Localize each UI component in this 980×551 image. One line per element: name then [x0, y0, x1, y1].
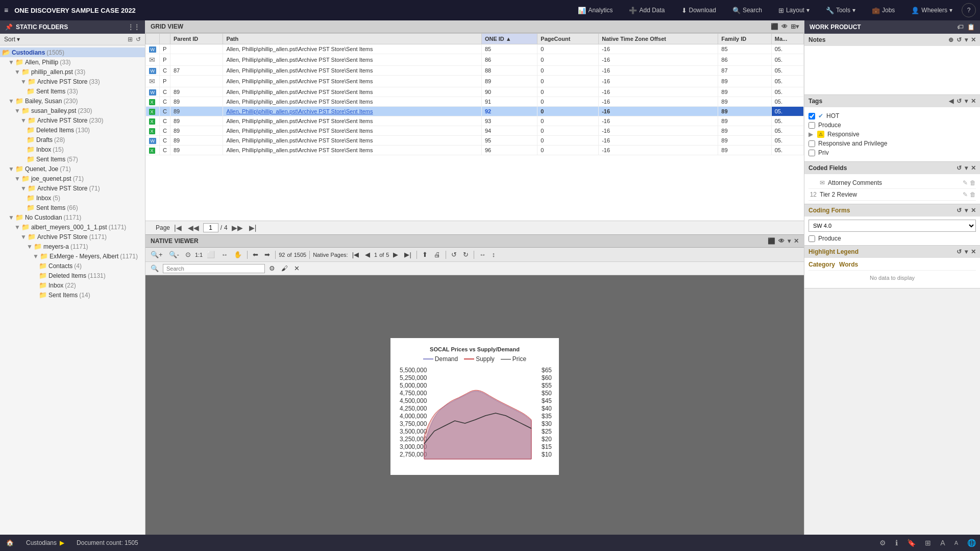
grid-view-icon[interactable]: ⊞ [128, 36, 133, 43]
table-row[interactable]: XC89Allen, Phillip\phillip_allen.pst\Arc… [146, 97, 804, 107]
sb-settings-icon[interactable]: ⚙ [875, 537, 890, 549]
grid-settings-icon[interactable]: ⊞▾ [791, 23, 799, 30]
refresh-icon[interactable]: ↺ [136, 36, 141, 43]
native-next2-icon[interactable]: ▶| [402, 250, 413, 259]
coding-forms-select[interactable]: SW 4.0 SW 3.0 SW 2.0 [808, 220, 976, 232]
col-pagecount[interactable]: PageCount [537, 34, 599, 44]
tree-item-contacts-4[interactable]: 📁 Contacts (4) [0, 261, 145, 271]
first-page-btn[interactable]: |◀ [172, 223, 184, 232]
tree-item-deleted-130[interactable]: 📁 Deleted Items (130) [0, 125, 145, 135]
sb-globe-icon[interactable]: 🌐 [963, 537, 980, 549]
close-viewer-icon[interactable]: ✕ [794, 237, 799, 245]
table-row[interactable]: WPAllen, Phillip\phillip_allen.pst\Archi… [146, 44, 804, 54]
nav-help-btn[interactable]: ? [962, 3, 976, 17]
pan-icon[interactable]: ✋ [232, 250, 244, 259]
nav-analytics-btn[interactable]: 📊 Analytics [571, 5, 620, 16]
cof-collapse-icon[interactable]: ▾ [965, 207, 968, 214]
sb-font-large-icon[interactable]: A [936, 537, 949, 549]
cf-refresh-icon[interactable]: ↺ [957, 164, 962, 172]
hl-close-icon[interactable]: ✕ [971, 248, 976, 255]
table-row[interactable]: WC87Allen, Phillip\phillip_allen.pst\Arc… [146, 66, 804, 76]
expand-viewer-icon[interactable]: ▾ [788, 237, 791, 245]
sb-bookmark-icon[interactable]: 🔖 [903, 537, 920, 549]
nav-tools-btn[interactable]: 🔧 Tools ▾ [819, 5, 863, 16]
tree-item-inbox-15[interactable]: 📁 Inbox (15) [0, 145, 145, 154]
tags-refresh-icon[interactable]: ↺ [957, 98, 962, 105]
prev-page-icon[interactable]: ⬅ [251, 250, 260, 259]
tree-item-allen[interactable]: ▼ 📁 Allen, Phillip (33) [0, 57, 145, 67]
cf-delete-icon2[interactable]: 🗑 [970, 191, 976, 198]
fit-width-icon[interactable]: ↔ [219, 250, 230, 259]
upload-icon[interactable]: ⬆ [420, 250, 430, 259]
table-row[interactable]: WC89Allen, Phillip\phillip_allen.pst\Arc… [146, 87, 804, 97]
next-page-btn[interactable]: ▶▶ [230, 223, 245, 232]
rotate-right-icon[interactable]: ↻ [461, 250, 471, 259]
tag-hot-checkbox[interactable] [808, 113, 815, 119]
tag-resp-priv-checkbox[interactable] [808, 140, 815, 147]
rotate-left-icon[interactable]: ↺ [449, 250, 459, 259]
hl-refresh-icon[interactable]: ↺ [957, 248, 962, 255]
notes-collapse-icon[interactable]: ▾ [965, 36, 968, 43]
tree-item-quenet[interactable]: ▼ 📁 Quenet, Joe (71) [0, 164, 145, 174]
tag-produce-checkbox[interactable] [808, 122, 815, 129]
tree-item-sent-14[interactable]: 📁 Sent Items (14) [0, 290, 145, 300]
table-row[interactable]: XC89Allen, Phillip\phillip_allen.pst\Arc… [146, 126, 804, 136]
col-type[interactable] [146, 34, 160, 44]
tree-item-meyers-a[interactable]: ▼ 📁 meyers-a (1171) [0, 242, 145, 251]
fit-page-icon[interactable]: ⬜ [205, 250, 217, 259]
search-btn[interactable]: 🔍 [149, 263, 161, 273]
nav-layout-btn[interactable]: ⊞ Layout ▾ [771, 5, 817, 16]
print-icon[interactable]: 🖨 [432, 250, 443, 259]
copy-icon[interactable]: 📋 [967, 23, 975, 31]
tree-item-exmerge[interactable]: ▼ 📁 ExMerge - Meyers, Albert (1171) [0, 251, 145, 261]
nav-download-btn[interactable]: ⬇ Download [674, 5, 723, 16]
tree-item-sent-33[interactable]: 📁 Sent Items (33) [0, 86, 145, 96]
native-prev-icon[interactable]: |◀ [350, 250, 361, 259]
tree-item-sent-57[interactable]: 📁 Sent Items (57) [0, 154, 145, 164]
viewer-search-input[interactable] [163, 264, 265, 273]
tree-item-inbox-5[interactable]: 📁 Inbox (5) [0, 193, 145, 203]
notes-textarea[interactable] [808, 49, 976, 90]
grid-table-wrapper[interactable]: Parent ID Path ONE ID ▲ PageCount Native… [145, 33, 804, 221]
tags-collapse-icon[interactable]: ▾ [965, 98, 968, 105]
next-page-icon[interactable]: ➡ [262, 250, 272, 259]
nav-search-btn[interactable]: 🔍 Search [725, 5, 769, 16]
nav-jobs-btn[interactable]: 💼 Jobs [865, 5, 902, 16]
table-row[interactable]: WC89Allen, Phillip\phillip_allen.pst\Arc… [146, 136, 804, 146]
prev-page-btn[interactable]: ◀◀ [186, 223, 201, 232]
col-path[interactable]: Path [223, 34, 482, 44]
tree-item-archive-230[interactable]: ▼ 📁 Archive PST Store (230) [0, 115, 145, 125]
cf-close-icon[interactable]: ✕ [971, 164, 976, 172]
tree-item-no-custodian[interactable]: ▼ 📁 No Custodian (1171) [0, 212, 145, 222]
sort-button[interactable]: Sort ▾ [4, 36, 20, 43]
eye-icon[interactable]: 👁 [778, 237, 785, 245]
tree-item-deleted-1131[interactable]: 📁 Deleted Items (1131) [0, 271, 145, 280]
tree-item-custodians[interactable]: 📂 Custodians (1505) [0, 47, 145, 57]
sb-home-icon[interactable]: 🏠 [0, 535, 20, 551]
current-page-input[interactable] [203, 223, 218, 232]
col-one-id[interactable]: ONE ID ▲ [481, 34, 537, 44]
notes-refresh-icon[interactable]: ↺ [957, 36, 962, 43]
tree-item-archive-pst-33[interactable]: ▼ 📁 Archive PST Store (33) [0, 77, 145, 86]
native-next-icon[interactable]: ▶ [391, 250, 400, 259]
native-prev2-icon[interactable]: ◀ [363, 250, 372, 259]
tree-item-archive-1171[interactable]: ▼ 📁 Archive PST Store (1171) [0, 232, 145, 242]
tree-item-inbox-22[interactable]: 📁 Inbox (22) [0, 280, 145, 290]
table-row[interactable]: XC89Allen, Phillip\phillip_allen.pst\Arc… [146, 116, 804, 126]
zoom-in-icon[interactable]: 🔍+ [149, 250, 165, 259]
nav-logo-icon[interactable]: ≡ [4, 6, 8, 14]
notes-close-icon[interactable]: ✕ [971, 36, 976, 43]
tag-responsive-expand[interactable]: ▶ [808, 131, 813, 138]
col-ma[interactable]: Ma... [771, 34, 803, 44]
zoom-reset-icon[interactable]: ⊙ [183, 250, 193, 259]
table-row[interactable]: XC89Allen, Phillip\phillip_allen.pst\Arc… [146, 146, 804, 155]
search-clear-icon[interactable]: ✕ [292, 263, 302, 273]
sb-info-icon[interactable]: ℹ [891, 537, 902, 549]
eye-icon[interactable]: 👁 [781, 23, 788, 30]
table-row[interactable]: ✉PAllen, Phillip\phillip_allen.pst\Archi… [146, 54, 804, 66]
cf-delete-icon[interactable]: 🗑 [970, 179, 976, 186]
tag-icon[interactable]: 🏷 [957, 23, 963, 31]
notes-add-icon[interactable]: ⊕ [948, 36, 953, 43]
tree-item-sent-66[interactable]: 📁 Sent Items (66) [0, 203, 145, 212]
sb-font-small-icon[interactable]: A [950, 538, 962, 548]
